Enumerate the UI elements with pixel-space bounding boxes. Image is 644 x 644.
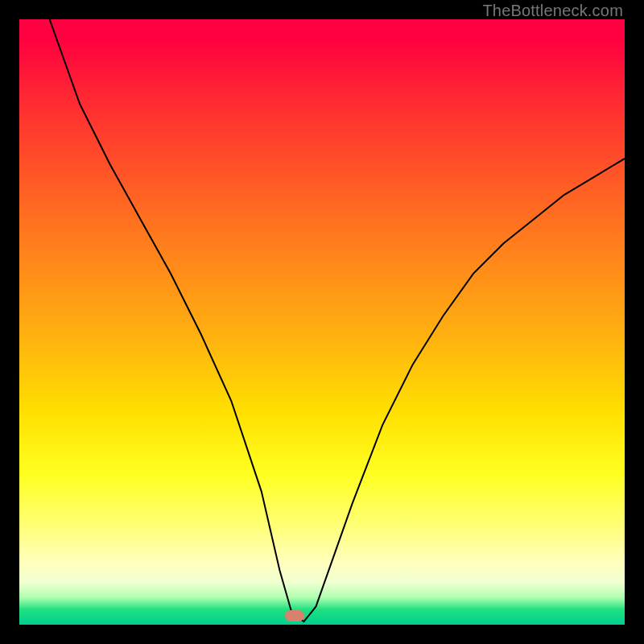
optimal-marker bbox=[285, 610, 304, 621]
curve-svg bbox=[19, 19, 625, 625]
chart-frame: TheBottleneck.com bbox=[0, 0, 644, 644]
watermark-text: TheBottleneck.com bbox=[482, 2, 623, 20]
plot-area bbox=[19, 19, 625, 625]
bottleneck-curve-path bbox=[50, 19, 625, 621]
